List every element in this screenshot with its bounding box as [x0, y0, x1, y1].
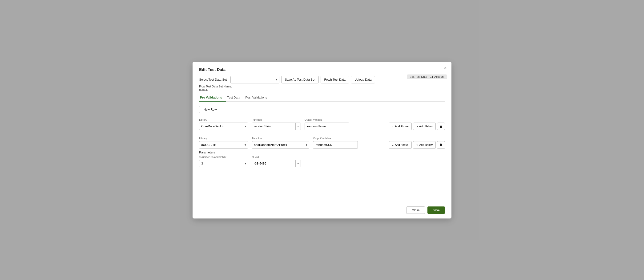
- row-2-delete-button[interactable]: 🗑: [437, 141, 445, 149]
- modal-title: Edit Test Data: [199, 67, 445, 72]
- row-1-delete-button[interactable]: 🗑: [437, 123, 445, 130]
- row-1-library-arrow[interactable]: [243, 123, 248, 130]
- param-1-arrow[interactable]: [243, 160, 248, 167]
- chevron-down-icon: [297, 162, 299, 165]
- chevron-down-icon: [276, 78, 278, 81]
- row-1-output-label: Output Variable: [304, 118, 349, 121]
- row-2-function-label: Function: [252, 137, 309, 140]
- row-1-function-select[interactable]: [252, 123, 301, 130]
- row-2-add-above-button[interactable]: Add Above: [389, 141, 412, 149]
- param-2-select[interactable]: [252, 160, 301, 167]
- flow-value: default: [199, 88, 208, 91]
- arrow-down-icon: [416, 125, 418, 128]
- row-2-actions: Add Above Add Below 🗑: [389, 141, 445, 149]
- param-1-select[interactable]: [199, 160, 248, 167]
- badge: Edit Test Data - C1-Account: [407, 75, 447, 79]
- row-1-function-input[interactable]: [252, 123, 296, 130]
- row-2-library-input[interactable]: [199, 141, 243, 148]
- row-2-output-group: Output Variable: [313, 137, 358, 149]
- row-1: Library Function: [199, 118, 445, 130]
- tabs: Pre Validations Test Data Post Validatio…: [199, 94, 445, 102]
- row-1-output-group: Output Variable: [304, 118, 349, 130]
- param-2-group: sField: [252, 156, 301, 167]
- chevron-down-icon: [306, 143, 308, 147]
- param-2-arrow[interactable]: [296, 160, 300, 167]
- close-icon-button[interactable]: ×: [444, 66, 447, 70]
- chevron-down-icon: [297, 124, 299, 128]
- modal: Edit Test Data × Edit Test Data - C1-Acc…: [192, 62, 452, 218]
- row-1-library-select[interactable]: [199, 123, 248, 130]
- footer: Close Save: [199, 203, 445, 214]
- row-2-library-label: Library: [199, 137, 248, 140]
- trash-icon: 🗑: [439, 143, 443, 147]
- row-1-function-group: Function: [252, 118, 301, 130]
- row-2-function-select[interactable]: [252, 141, 309, 149]
- param-1-label: sNumberOfRandomNbr: [199, 156, 248, 158]
- row-1-fields: Library Function: [199, 118, 445, 130]
- select-label: Select Test Data Set:: [199, 78, 228, 81]
- arrow-up-icon: [392, 125, 394, 128]
- modal-overlay: Edit Test Data × Edit Test Data - C1-Acc…: [0, 0, 644, 280]
- row-1-actions: Add Above Add Below 🗑: [389, 123, 445, 130]
- param-1-group: sNumberOfRandomNbr: [199, 156, 248, 167]
- chevron-down-icon: [244, 162, 246, 165]
- row-2-output-label: Output Variable: [313, 137, 358, 140]
- save-footer-button[interactable]: Save: [428, 206, 445, 214]
- test-data-set-arrow[interactable]: [274, 76, 279, 83]
- row-2-add-below-label: Add Below: [419, 143, 433, 147]
- content-area: New Row Library Function: [199, 102, 445, 196]
- row-2-library-select[interactable]: [199, 141, 248, 149]
- row-2-library-arrow[interactable]: [243, 141, 248, 148]
- upload-button[interactable]: Upload Data: [351, 76, 375, 83]
- tab-pre-validations[interactable]: Pre Validations: [199, 94, 226, 102]
- row-1-library-group: Library: [199, 118, 248, 130]
- params-section: Parameters sNumberOfRandomNbr: [199, 151, 445, 167]
- row-1-add-above-button[interactable]: Add Above: [389, 123, 412, 130]
- row-1-add-below-label: Add Below: [419, 125, 433, 128]
- params-fields: sNumberOfRandomNbr sField: [199, 156, 445, 167]
- row-2-library-group: Library: [199, 137, 248, 149]
- param-2-input[interactable]: [252, 160, 296, 167]
- save-as-button[interactable]: Save As Test Data Set: [281, 76, 319, 83]
- row-1-add-below-button[interactable]: Add Below: [413, 123, 436, 130]
- arrow-up-icon: [392, 143, 394, 147]
- chevron-down-icon: [244, 124, 246, 128]
- row-2-add-below-button[interactable]: Add Below: [413, 141, 436, 149]
- param-1-input[interactable]: [199, 160, 243, 167]
- row-2-function-input[interactable]: [252, 141, 304, 148]
- new-row-button[interactable]: New Row: [199, 106, 221, 113]
- close-footer-button[interactable]: Close: [406, 206, 425, 214]
- row-2-fields: Library Function: [199, 137, 445, 149]
- arrow-down-icon: [416, 143, 418, 147]
- flow-label: Flow Test Data Set Name:: [199, 85, 232, 88]
- fetch-button[interactable]: Fetch Test Data: [320, 76, 349, 83]
- row-2-function-group: Function: [252, 137, 309, 149]
- trash-icon: 🗑: [439, 124, 443, 128]
- row-1-library-input[interactable]: [199, 123, 243, 130]
- test-data-set-input[interactable]: [231, 76, 274, 83]
- flow-name-row: Flow Test Data Set Name: default: [199, 85, 445, 91]
- row-1-function-arrow[interactable]: [296, 123, 300, 130]
- row-separator-1: [199, 133, 445, 133]
- row-2-add-above-label: Add Above: [395, 143, 408, 147]
- row-2-function-arrow[interactable]: [304, 141, 309, 148]
- test-data-set-select[interactable]: [230, 76, 280, 83]
- param-2-label: sField: [252, 156, 301, 158]
- row-2: Library Function: [199, 137, 445, 167]
- chevron-down-icon: [244, 143, 246, 147]
- tab-post-validations[interactable]: Post Validations: [244, 94, 271, 102]
- params-title: Parameters: [199, 151, 445, 154]
- row-1-function-label: Function: [252, 118, 301, 121]
- row-1-output-input[interactable]: [304, 123, 349, 130]
- row-1-add-above-label: Add Above: [395, 125, 408, 128]
- row-2-output-input[interactable]: [313, 141, 358, 149]
- row-1-library-label: Library: [199, 118, 248, 121]
- tab-test-data[interactable]: Test Data: [226, 94, 244, 102]
